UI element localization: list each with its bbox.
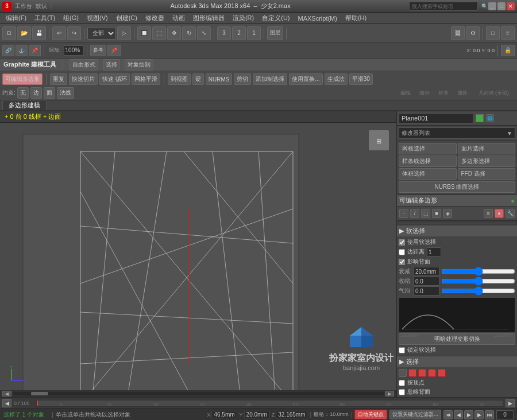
sample-sel-btn[interactable]: 样条线选择 bbox=[399, 155, 457, 167]
tb-redo[interactable]: ↪ bbox=[67, 26, 81, 40]
border-icon[interactable]: ⬚ bbox=[421, 209, 430, 218]
editable-poly-btn[interactable]: 可编辑多边形 bbox=[2, 73, 43, 85]
by-vertex-check[interactable] bbox=[399, 380, 405, 386]
pinch-input[interactable] bbox=[414, 277, 439, 286]
h-scrollbar[interactable]: ◀ ▶ bbox=[0, 390, 396, 397]
tb-undo[interactable]: ↩ bbox=[52, 26, 66, 40]
falloff-slider[interactable] bbox=[441, 269, 515, 274]
bubble-input[interactable] bbox=[414, 286, 439, 295]
tb-stats[interactable]: ≡ bbox=[501, 26, 515, 40]
sel-mode-btn0[interactable] bbox=[399, 369, 407, 377]
tb-2d[interactable]: 2 bbox=[232, 26, 246, 40]
ignore-back-check[interactable] bbox=[399, 389, 405, 395]
addcontrol-btn[interactable]: 添加制选择 bbox=[253, 73, 287, 85]
maximize-button[interactable]: □ bbox=[497, 2, 506, 10]
flat30-btn[interactable]: 平滑30 bbox=[349, 73, 373, 85]
play-btn[interactable]: ▶ bbox=[464, 410, 473, 419]
menu-view[interactable]: 视图(V) bbox=[83, 13, 111, 24]
nurms-btn[interactable]: NURMS bbox=[206, 73, 233, 85]
scroll-thumb[interactable] bbox=[31, 392, 48, 395]
tb-select-region[interactable]: ⬚ bbox=[152, 26, 166, 40]
tb-layer[interactable]: 图层 bbox=[267, 26, 283, 40]
menu-tools[interactable]: 工具(T) bbox=[31, 13, 59, 24]
tb-new[interactable]: 🗋 bbox=[2, 26, 16, 40]
tb2-snap[interactable]: 🔗 bbox=[2, 45, 14, 56]
modifier-list-dropdown[interactable]: 修改器列表 ▼ bbox=[399, 127, 515, 139]
quickslice-btn[interactable]: 快速切片 bbox=[69, 73, 98, 85]
scroll-left-btn[interactable]: ◀ bbox=[2, 391, 11, 396]
env-icon[interactable]: 🌐 bbox=[486, 114, 494, 122]
ffd-sel-btn[interactable]: FFD 选择 bbox=[458, 168, 516, 180]
close-button[interactable]: ✕ bbox=[507, 2, 515, 10]
selection-header[interactable]: ▶ 选择 bbox=[397, 356, 517, 367]
graphite-tab-select[interactable]: 选择 bbox=[103, 59, 120, 71]
tb-render[interactable]: 🖼 bbox=[451, 26, 465, 40]
tb-select[interactable]: ▷ bbox=[117, 26, 131, 40]
tb2-snap3[interactable]: 📌 bbox=[29, 45, 41, 56]
con-normal[interactable]: 法线 bbox=[57, 87, 74, 99]
minimize-button[interactable]: _ bbox=[488, 2, 496, 10]
object-color-swatch[interactable] bbox=[476, 114, 484, 122]
stack-active[interactable]: ● bbox=[495, 209, 504, 218]
tb-select-obj[interactable]: 🔲 bbox=[137, 26, 151, 40]
toview-btn[interactable]: 到视图 bbox=[168, 73, 191, 85]
gen-btn[interactable]: 生成法 bbox=[325, 73, 348, 85]
tb-scale[interactable]: ⤡ bbox=[197, 26, 211, 40]
poly-icon[interactable]: ■ bbox=[432, 209, 441, 218]
element-icon[interactable]: ◈ bbox=[443, 209, 452, 218]
con-edge[interactable]: 边 bbox=[30, 87, 42, 99]
sel-mode-btn1[interactable] bbox=[408, 369, 416, 377]
pinch-slider[interactable] bbox=[441, 278, 515, 284]
con-face[interactable]: 面 bbox=[44, 87, 55, 99]
con-none[interactable]: 无 bbox=[17, 87, 29, 99]
hard-btn[interactable]: 硬 bbox=[192, 73, 204, 85]
soft-sel-header[interactable]: ▶ 软选择 bbox=[397, 225, 517, 236]
falloff-curve[interactable]: 20.0mm 0.0mm 20.0mm bbox=[399, 297, 515, 332]
tb2-pin[interactable]: 📌 bbox=[107, 45, 121, 56]
edge-icon[interactable]: / bbox=[410, 209, 419, 218]
poly-sel-btn[interactable]: 多边形选择 bbox=[458, 155, 516, 167]
viewport[interactable]: ⊞ X Y bbox=[0, 123, 396, 390]
menu-group[interactable]: 组(G) bbox=[60, 13, 82, 24]
tb-3d[interactable]: 3 bbox=[217, 26, 231, 40]
menu-animation[interactable]: 动画 bbox=[169, 13, 188, 24]
menu-create[interactable]: 创建(C) bbox=[113, 13, 141, 24]
z-value[interactable]: 32.165mm bbox=[276, 411, 307, 418]
zoom-input[interactable] bbox=[64, 45, 84, 56]
scope-select[interactable]: 全部 bbox=[87, 27, 116, 40]
menu-maxscript[interactable]: MAXScript(M) bbox=[295, 14, 341, 23]
search-input[interactable] bbox=[409, 2, 478, 11]
tb-save[interactable]: 💾 bbox=[32, 26, 46, 40]
tb2-ref[interactable]: 参考 bbox=[90, 45, 106, 56]
menu-modifier[interactable]: 修改器 bbox=[142, 13, 168, 24]
menu-graph-editor[interactable]: 图形编辑器 bbox=[190, 13, 228, 24]
falloff-input[interactable] bbox=[414, 267, 439, 276]
scroll-right-btn[interactable]: ▶ bbox=[385, 391, 394, 396]
menu-render[interactable]: 渲染(R) bbox=[229, 13, 257, 24]
tb-render-setup[interactable]: ⚙ bbox=[466, 26, 480, 40]
autokey-btn[interactable]: 自动关键点 bbox=[354, 410, 387, 419]
tb-1d[interactable]: 1 bbox=[247, 26, 261, 40]
cut-btn[interactable]: 剪切 bbox=[234, 73, 251, 85]
menu-customize[interactable]: 自定义(U) bbox=[258, 13, 293, 24]
stack-icon2[interactable]: 🔧 bbox=[506, 209, 515, 218]
menu-help[interactable]: 帮助(H) bbox=[342, 13, 370, 24]
tb-viewport-config[interactable]: □ bbox=[486, 26, 500, 40]
usedisplace-btn[interactable]: 使用置换... bbox=[289, 73, 322, 85]
menu-edit[interactable]: 编辑(F) bbox=[2, 13, 30, 24]
vertex-icon[interactable]: · bbox=[399, 209, 408, 218]
tb2-lock[interactable]: 🔒 bbox=[501, 45, 515, 56]
tl-prev-btn[interactable]: ◀ bbox=[2, 399, 11, 407]
object-name-input[interactable] bbox=[399, 113, 473, 123]
tb-move[interactable]: ✥ bbox=[167, 26, 181, 40]
editable-poly-header[interactable]: 可编辑多边形 ● bbox=[397, 195, 517, 207]
timeline-track[interactable]: 0 10 20 30 40 50 60 70 80 90 bbox=[36, 400, 503, 407]
frame-input[interactable] bbox=[496, 410, 514, 419]
prev-frame-btn[interactable]: ◀ bbox=[454, 410, 463, 419]
sel-mode-btn3[interactable] bbox=[428, 369, 436, 377]
y-value[interactable]: 20.0mm bbox=[244, 411, 269, 418]
tab-poly-modeling[interactable]: 多边形建模 bbox=[2, 100, 47, 110]
play-end-btn[interactable]: ⏭ bbox=[485, 410, 494, 419]
tl-next-btn[interactable]: ▶ bbox=[506, 399, 515, 407]
prop-sel-btn[interactable]: 体积选择 bbox=[399, 168, 457, 180]
